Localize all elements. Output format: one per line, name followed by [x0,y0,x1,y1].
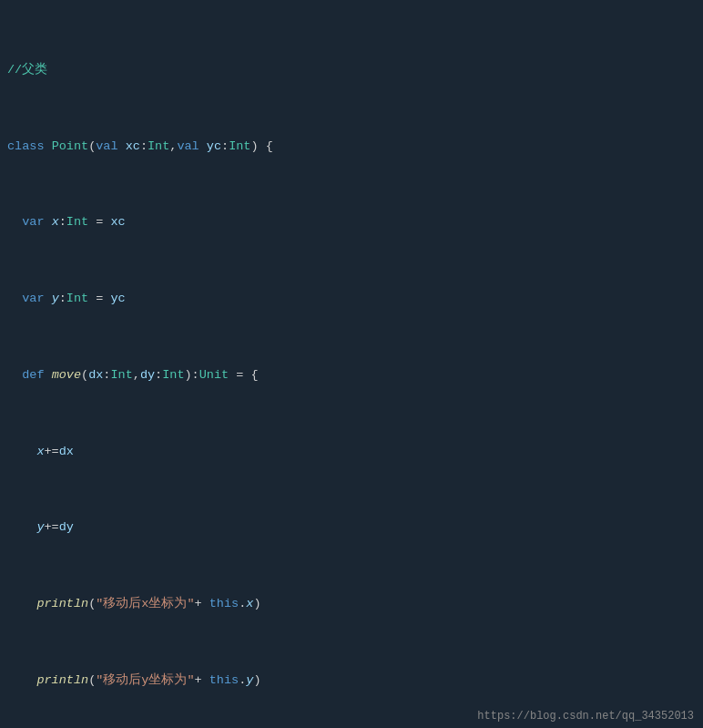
code-editor: //父类 class Point(val xc:Int,val yc:Int) … [0,0,703,728]
url-bar: https://blog.csdn.net/qq_34352013 [477,710,694,723]
line-var-x: var x:Int = xc [0,213,703,232]
line-var-y: var y:Int = yc [0,290,703,309]
line-x-plus: x+=dx [0,443,703,462]
line-class-point: class Point(val xc:Int,val yc:Int) { [0,138,703,157]
line-comment-1: //父类 [0,61,703,80]
line-println-y: println("移动后y坐标为"+ this.y) [0,672,703,691]
line-def-move: def move(dx:Int,dy:Int):Unit = { [0,366,703,385]
line-println-x: println("移动后x坐标为"+ this.x) [0,595,703,614]
line-y-plus: y+=dy [0,518,703,538]
